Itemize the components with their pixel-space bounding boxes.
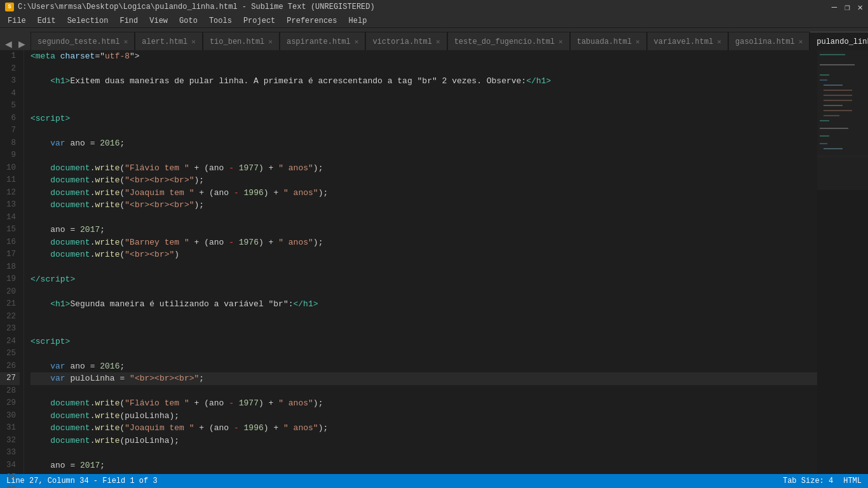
editor-container: 1 2 3 4 5 6 7 8 9 10 11 12 13 14 15 16 1… xyxy=(0,50,868,474)
ln-13: 13 xyxy=(0,199,20,212)
tab-tio-ben[interactable]: tio_ben.html ✕ xyxy=(203,32,280,50)
menu-edit[interactable]: Edit xyxy=(32,15,61,27)
code-line-20 xyxy=(31,286,817,299)
ln-1: 1 xyxy=(0,50,20,63)
code-line-34: ano = 2017; xyxy=(31,459,817,472)
tab-gasolina[interactable]: gasolina.html ✕ xyxy=(728,32,810,50)
status-left: Line 27, Column 34 - Field 1 of 3 xyxy=(6,477,158,485)
tab-close-tabuada[interactable]: ✕ xyxy=(635,37,640,46)
minimap xyxy=(817,50,868,474)
code-line-2 xyxy=(31,63,817,76)
menu-find[interactable]: Find xyxy=(114,15,143,27)
tab-alert[interactable]: alert.html ✕ xyxy=(135,32,203,50)
maximize-button[interactable]: ❐ xyxy=(844,2,850,13)
ln-22: 22 xyxy=(0,311,20,323)
ln-9: 9 xyxy=(0,149,20,162)
title-left: S C:\Users\mrmsa\Desktop\Logica\pulando_… xyxy=(5,3,375,11)
ln-18: 18 xyxy=(0,261,20,274)
code-line-17: document.write("<br><br>") xyxy=(31,248,817,261)
tab-nav[interactable]: ◀ ▶ xyxy=(0,37,31,50)
code-line-12: document.write("Joaquim tem " + (ano - 1… xyxy=(31,187,817,200)
tab-prev[interactable]: ◀ xyxy=(3,37,15,50)
code-line-29: document.write("Flávio tem " + (ano - 19… xyxy=(31,397,817,410)
close-button[interactable]: ✕ xyxy=(858,2,863,13)
code-line-4 xyxy=(31,88,817,100)
status-bar: Line 27, Column 34 - Field 1 of 3 Tab Si… xyxy=(0,474,868,488)
ln-8: 8 xyxy=(0,137,20,150)
tab-victoria[interactable]: victoria.html ✕ xyxy=(365,32,447,50)
tab-size[interactable]: Tab Size: 4 xyxy=(783,477,833,485)
code-line-32: document.write(puloLinha); xyxy=(31,435,817,447)
tab-close-victoria[interactable]: ✕ xyxy=(436,37,440,46)
ln-17: 17 xyxy=(0,248,20,261)
svg-rect-18 xyxy=(817,155,868,158)
tab-close-gasolina[interactable]: ✕ xyxy=(799,37,803,46)
menu-preferences[interactable]: Preferences xyxy=(281,15,342,27)
code-line-7 xyxy=(31,125,817,137)
minimize-button[interactable]: — xyxy=(832,2,837,13)
code-line-23 xyxy=(31,323,817,336)
ln-33: 33 xyxy=(0,447,20,459)
ln-28: 28 xyxy=(0,385,20,398)
tab-aspirante[interactable]: aspirante.html ✕ xyxy=(280,32,365,50)
code-line-5 xyxy=(31,100,817,112)
code-area[interactable]: <meta charset="utf-8"> <h1>Exitem duas m… xyxy=(24,50,817,474)
menu-bar: File Edit Selection Find View Goto Tools… xyxy=(0,14,868,28)
tab-segundo-teste[interactable]: segundo_teste.html ✕ xyxy=(31,32,135,50)
window-title: C:\Users\mrmsa\Desktop\Logica\pulando_li… xyxy=(18,3,375,11)
code-line-33 xyxy=(31,447,817,459)
menu-file[interactable]: File xyxy=(3,15,31,27)
title-bar: S C:\Users\mrmsa\Desktop\Logica\pulando_… xyxy=(0,0,868,14)
ln-31: 31 xyxy=(0,422,20,435)
menu-selection[interactable]: Selection xyxy=(62,15,114,27)
line-numbers: 1 2 3 4 5 6 7 8 9 10 11 12 13 14 15 16 1… xyxy=(0,50,24,474)
ln-34: 34 xyxy=(0,459,20,472)
menu-help[interactable]: Help xyxy=(344,15,372,27)
tab-teste[interactable]: teste_do_fugencio.html ✕ xyxy=(447,32,570,50)
code-line-24: <script> xyxy=(31,336,817,348)
svg-rect-17 xyxy=(817,50,868,190)
code-line-14 xyxy=(31,212,817,224)
ln-15: 15 xyxy=(0,224,20,236)
ln-32: 32 xyxy=(0,435,20,447)
code-line-6: <script> xyxy=(31,112,817,125)
menu-project[interactable]: Project xyxy=(238,15,280,27)
tab-close-tio[interactable]: ✕ xyxy=(268,37,273,46)
ln-5: 5 xyxy=(0,100,20,112)
code-line-35: document.write("Barney tem " + (ano - 19… xyxy=(31,471,817,474)
tab-next[interactable]: ▶ xyxy=(16,37,28,50)
window-controls[interactable]: — ❐ ✕ xyxy=(832,2,863,13)
status-right: Tab Size: 4 HTML xyxy=(783,477,862,485)
code-line-30: document.write(puloLinha); xyxy=(31,410,817,423)
tab-close-aspirante[interactable]: ✕ xyxy=(355,37,359,46)
tab-close-segundo[interactable]: ✕ xyxy=(124,37,128,46)
tab-tabuada[interactable]: tabuada.html ✕ xyxy=(570,32,647,50)
ln-24: 24 xyxy=(0,336,20,348)
code-line-15: ano = 2017; xyxy=(31,224,817,236)
menu-view[interactable]: View xyxy=(144,15,173,27)
menu-tools[interactable]: Tools xyxy=(204,15,237,27)
code-line-22 xyxy=(31,311,817,323)
ln-11: 11 xyxy=(0,174,20,187)
minimap-content xyxy=(817,50,868,474)
tab-bar: ◀ ▶ segundo_teste.html ✕ alert.html ✕ ti… xyxy=(0,28,868,50)
tab-close-alert[interactable]: ✕ xyxy=(191,37,196,46)
code-line-10: document.write("Flávio tem " + (ano - 19… xyxy=(31,162,817,175)
ln-20: 20 xyxy=(0,286,20,299)
code-line-31: document.write("Joaquim tem " + (ano - 1… xyxy=(31,422,817,435)
minimap-svg xyxy=(817,50,868,474)
tab-variavel[interactable]: variavel.html ✕ xyxy=(647,32,728,50)
ln-12: 12 xyxy=(0,187,20,200)
code-line-27: var puloLinha = "<br><br><br>"; xyxy=(31,372,817,385)
menu-goto[interactable]: Goto xyxy=(174,15,203,27)
syntax-mode[interactable]: HTML xyxy=(843,477,862,485)
tab-close-variavel[interactable]: ✕ xyxy=(717,37,721,46)
ln-29: 29 xyxy=(0,397,20,410)
tab-close-teste[interactable]: ✕ xyxy=(559,37,563,46)
tab-pulando-linha[interactable]: pulando_linha.html ✕ xyxy=(810,32,868,50)
cursor-position: Line 27, Column 34 - Field 1 of 3 xyxy=(6,477,158,485)
code-line-28 xyxy=(31,385,817,398)
code-line-19: </script> xyxy=(31,273,817,286)
code-line-9 xyxy=(31,149,817,162)
code-line-26: var ano = 2016; xyxy=(31,360,817,373)
